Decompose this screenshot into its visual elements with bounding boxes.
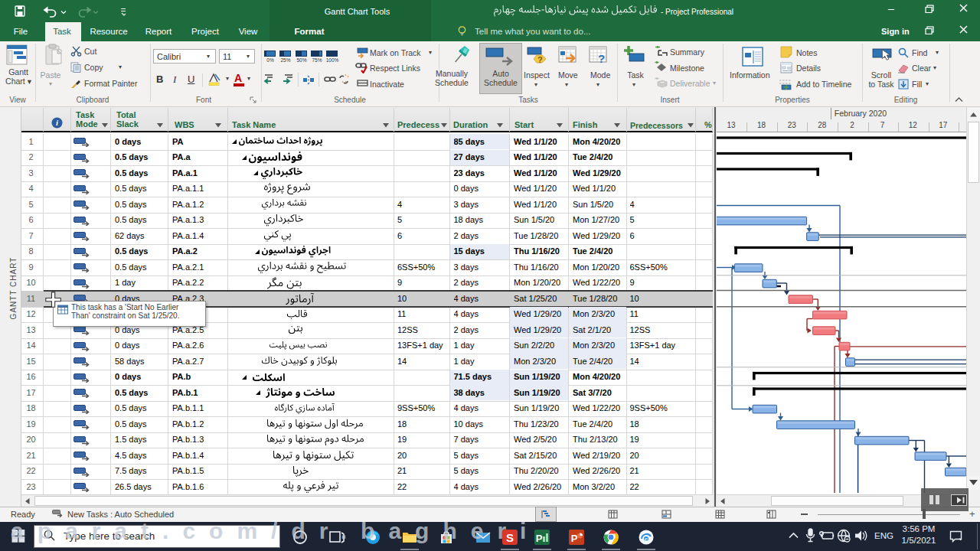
svg-text:?: ? xyxy=(598,52,605,65)
svg-text:P: P xyxy=(571,533,578,544)
svg-text:e: e xyxy=(645,536,648,543)
svg-text:?: ? xyxy=(537,55,543,64)
